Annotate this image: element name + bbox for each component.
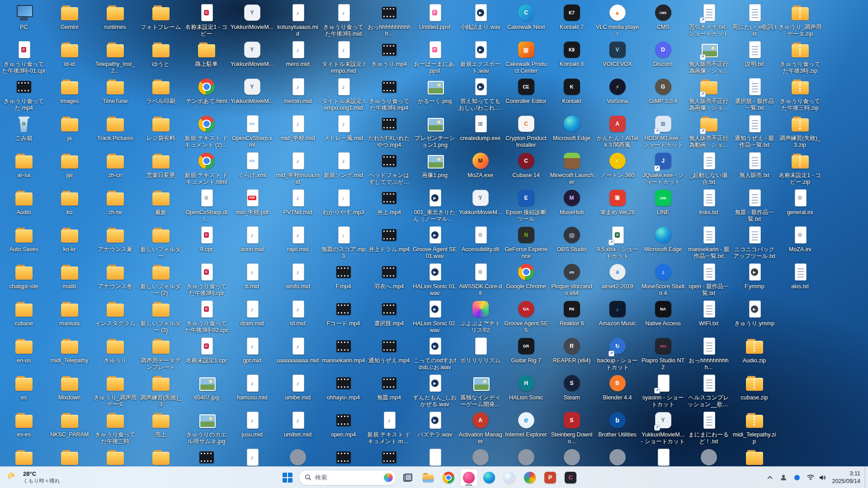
taskbar-task-view-button[interactable] bbox=[399, 469, 417, 487]
desktop-icon[interactable]: 65407.jpg bbox=[184, 371, 229, 408]
desktop-icon[interactable]: ↗無人販売不正行為動画 - ショートカット bbox=[686, 112, 731, 149]
desktop-icon[interactable]: レジ袋有料 bbox=[138, 112, 184, 149]
desktop-icon[interactable]: ◎OBS Studio bbox=[549, 223, 594, 260]
desktop-icon[interactable]: ⚙general.ini bbox=[777, 186, 823, 223]
desktop-icon[interactable]: ♪rajio.mid bbox=[275, 223, 321, 260]
desktop-icon[interactable]: 無題 - 親作品一覧.txt bbox=[731, 186, 777, 223]
desktop-icon[interactable]: <>OpenCvSharp.xml bbox=[229, 112, 275, 149]
taskbar-copilot-button[interactable] bbox=[500, 469, 519, 487]
desktop-icon[interactable]: ♪meroin.mid bbox=[275, 75, 321, 112]
desktop-icon[interactable]: ♪タイトル未設定.tempo.mid bbox=[321, 38, 366, 75]
desktop-icon[interactable]: Track Pictures bbox=[92, 112, 138, 149]
taskbar-magenta-app-button[interactable] bbox=[460, 469, 478, 487]
desktop-icon[interactable]: ヘッドフォンはずしてでぶがつん.mp4 bbox=[366, 149, 412, 186]
desktop-icon[interactable]: ♪新規ソング.mid bbox=[321, 149, 366, 186]
desktop-icon[interactable]: Pおーばーまにあ.ppsf bbox=[412, 38, 458, 75]
desktop-icon[interactable]: Gemini bbox=[47, 1, 92, 38]
tray-status-area[interactable] bbox=[804, 469, 828, 486]
desktop-icon[interactable]: LINELINE bbox=[640, 186, 686, 223]
desktop-icon[interactable]: 選択肢 - 親作品一覧.txt bbox=[731, 75, 777, 112]
desktop-icon[interactable]: ⊞createdump.exe bbox=[458, 112, 503, 149]
desktop-icon[interactable]: 路上駐車 bbox=[184, 38, 229, 75]
desktop-icon[interactable]: 無人販売.txt bbox=[731, 149, 777, 186]
desktop-icon[interactable]: YYukkuriMovieM... bbox=[229, 1, 275, 38]
desktop-icon[interactable]: Images bbox=[47, 75, 92, 112]
desktop-icon[interactable]: es-es bbox=[1, 408, 47, 446]
desktop-icon[interactable]: TimeTune bbox=[92, 75, 138, 112]
desktop-icon[interactable]: 新規 テキスト ドキュメント.html bbox=[184, 149, 229, 186]
desktop-icon[interactable]: ar-sa bbox=[1, 149, 47, 186]
desktop-icon[interactable]: ♪mid_学校.mid bbox=[275, 112, 321, 149]
desktop-icon[interactable]: cubase.zip bbox=[731, 371, 777, 408]
desktop-icon[interactable]: ♪タイトル未設定.tempo.ong1.mid bbox=[321, 75, 366, 112]
desktop-icon[interactable]: CEController Editor bbox=[503, 75, 549, 112]
desktop-icon[interactable]: C名称未設定1 - コピー bbox=[184, 1, 229, 38]
desktop-icon[interactable]: Microsoft Edge bbox=[640, 223, 686, 260]
desktop-icon[interactable]: ♪sirofo.mid bbox=[275, 260, 321, 297]
desktop-icon[interactable]: 井上ドラム.mp4 bbox=[366, 223, 412, 260]
desktop-icon[interactable]: ja bbox=[47, 112, 92, 149]
desktop-icon[interactable]: アナウンス冬 bbox=[92, 260, 138, 297]
desktop-icon[interactable]: 営業日変更 bbox=[138, 149, 184, 186]
desktop-icon[interactable]: Cきゅうり食ってた午後3時-02.cpr bbox=[184, 297, 229, 334]
desktop-icon[interactable]: ♪dram.mid bbox=[229, 297, 275, 334]
desktop-icon[interactable]: 調声練習(失敗)_3.zip bbox=[777, 112, 823, 149]
desktop-icon[interactable]: ♪きゅうり食ってた午後3時.mid bbox=[321, 1, 366, 38]
desktop-icon[interactable]: jijii bbox=[47, 149, 92, 186]
desktop-icon[interactable]: 無題.mp4 bbox=[366, 371, 412, 408]
desktop-icon[interactable]: インスタグラム bbox=[92, 297, 138, 334]
desktop-icon[interactable]: MMuseHub bbox=[549, 186, 594, 223]
desktop-icon[interactable]: ♪Amazon Music bbox=[594, 297, 640, 334]
desktop-icon[interactable]: Telepathy_Inst_2... bbox=[92, 38, 138, 75]
desktop-icon[interactable]: 死にたい_e歌詞.txt bbox=[731, 1, 777, 38]
desktop-icon[interactable]: VVOICEVOX bbox=[594, 38, 640, 75]
desktop-icon[interactable]: MMoZA.exe bbox=[458, 149, 503, 186]
desktop-icon[interactable]: ♻ごみ箱 bbox=[1, 112, 47, 149]
desktop-icon[interactable]: F.mp4 bbox=[321, 260, 366, 297]
desktop-icon[interactable]: ♪jusu.mid bbox=[229, 408, 275, 446]
desktop-icon[interactable]: zh-tw bbox=[92, 186, 138, 223]
desktop-icon[interactable]: きゅうり食ってた午後三時.zip bbox=[777, 75, 823, 112]
desktop-icon[interactable]: <>くらげ.xml bbox=[229, 149, 275, 186]
desktop-icon[interactable]: きゅうり食ってた午後3時.zip bbox=[777, 38, 823, 75]
desktop-icon[interactable]: 井上.mp4 bbox=[366, 186, 412, 223]
show-desktop-button[interactable] bbox=[865, 467, 868, 488]
desktop-icon[interactable]: es bbox=[1, 371, 47, 408]
desktop-icon[interactable]: ✓ノートン 360 bbox=[594, 149, 640, 186]
desktop-icon[interactable]: ⚡VoiSona bbox=[594, 75, 640, 112]
desktop-icon[interactable]: C名称未設定1.cpr bbox=[184, 334, 229, 371]
desktop-icon[interactable]: 筆筆まめ Ver.28 bbox=[594, 186, 640, 223]
desktop-icon[interactable]: id-id bbox=[47, 38, 92, 75]
desktop-icon[interactable]: 新規 テキスト ドキュメント (2).html bbox=[184, 112, 229, 149]
desktop-icon[interactable]: 羽衣へ.mp4 bbox=[366, 260, 412, 297]
desktop-icon[interactable]: NKSC_PARAM bbox=[47, 408, 92, 446]
desktop-icon[interactable]: NT2Piapro Studio NT2 bbox=[640, 334, 686, 371]
desktop-icon[interactable]: DDiscord bbox=[640, 38, 686, 75]
desktop-icon[interactable]: GAGroove Agent SE 5 bbox=[503, 297, 549, 334]
desktop-icon[interactable]: Cきゅうり食ってた午後3時-01.cpr bbox=[1, 38, 47, 75]
desktop-icon[interactable]: zh-cn bbox=[92, 149, 138, 186]
desktop-icon[interactable]: midi_Telepathy.zip bbox=[731, 408, 777, 446]
taskbar-colorful-browser-button[interactable] bbox=[521, 469, 539, 487]
desktop-icon[interactable]: ヘルスコンプレッション__歌詞.txt bbox=[686, 371, 731, 408]
desktop-icon[interactable]: malib bbox=[47, 260, 92, 297]
desktop-icon[interactable]: ♪メドレー風.mid bbox=[321, 112, 366, 149]
desktop-icon[interactable]: ♪hamusu.mid bbox=[229, 371, 275, 408]
desktop-icon[interactable]: en-us bbox=[1, 334, 47, 371]
desktop-icon[interactable]: まにまにわーるど！.txt bbox=[686, 408, 731, 446]
desktop-icon[interactable]: 新しいフォルダー (2) bbox=[138, 260, 184, 297]
desktop-icon[interactable]: Audio.zip bbox=[731, 334, 777, 371]
desktop-icon[interactable]: CCakewalk Next bbox=[503, 1, 549, 38]
desktop-icon[interactable]: おっhhhhhhhhhhh... bbox=[366, 1, 412, 38]
desktop-icon[interactable]: K8Kontakt 8 bbox=[549, 38, 594, 75]
desktop-icon[interactable]: ♪MuseScore Studio 4 bbox=[640, 260, 686, 297]
desktop-icon[interactable]: R6Reaktor 6 bbox=[549, 297, 594, 334]
desktop-icon[interactable]: BBlender 4.4 bbox=[594, 371, 640, 408]
desktop-icon[interactable]: eInternet Explorer bbox=[503, 408, 549, 446]
desktop-icon[interactable]: ↗syasinn - ショートカット bbox=[640, 371, 686, 408]
desktop-icon[interactable]: 通知うぜえ.mp4 bbox=[366, 334, 412, 371]
desktop-icon[interactable]: ↗無人販売不正行為画像 - ショートカッ... bbox=[686, 38, 731, 75]
desktop-icon[interactable]: きゅうり_調声用データ.zip bbox=[777, 1, 823, 38]
desktop-icon[interactable]: akis.txt bbox=[777, 260, 823, 297]
desktop-icon[interactable]: プレゼンテーション1.png bbox=[412, 112, 458, 149]
